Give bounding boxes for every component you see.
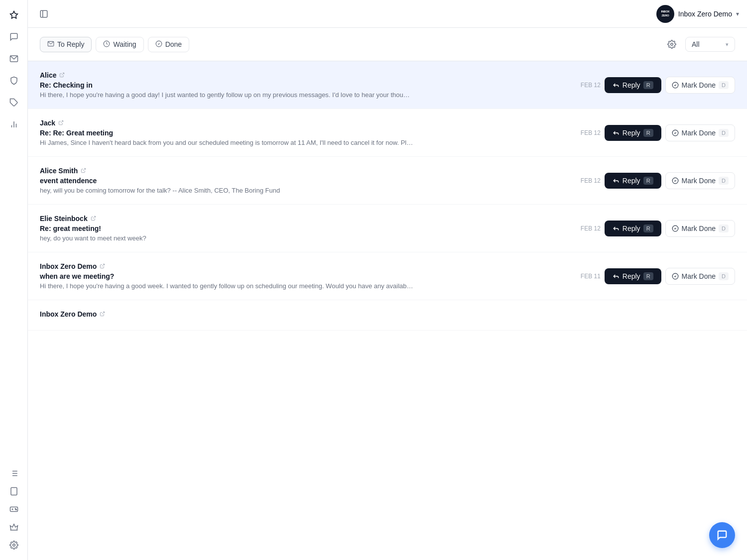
- list-item[interactable]: Inbox Zero Demo when are we meeting? Hi …: [28, 252, 747, 300]
- mark-done-button[interactable]: Mark Done D: [665, 172, 735, 189]
- email-actions: FEB 11 Reply R Mark Done D: [578, 268, 735, 285]
- reply-shortcut: R: [643, 129, 653, 137]
- reply-button[interactable]: Reply R: [605, 125, 661, 141]
- email-subject: Re: Checking in: [40, 81, 570, 89]
- toolbar: To Reply Waiting Done All ▾: [28, 28, 747, 61]
- reply-shortcut: R: [643, 224, 653, 232]
- email-sender: Elie Steinbock: [40, 215, 570, 223]
- external-link-icon[interactable]: [91, 216, 96, 222]
- sidebar: [0, 0, 28, 560]
- email-sender: Alice Smith: [40, 167, 570, 175]
- sidebar-item-shield[interactable]: [5, 72, 23, 90]
- mark-done-label: Mark Done: [682, 81, 716, 89]
- clock-tab-icon: [103, 40, 110, 49]
- email-date: FEB 12: [578, 82, 601, 89]
- list-item[interactable]: Alice Re: Checking in Hi there, I hope y…: [28, 61, 747, 109]
- chevron-down-icon: ▾: [736, 10, 739, 17]
- mark-done-shortcut: D: [719, 81, 729, 89]
- email-sender: Alice: [40, 71, 570, 79]
- email-subject: Re: Re: Great meeting: [40, 129, 570, 137]
- tab-waiting-label: Waiting: [113, 40, 136, 48]
- mark-done-label: Mark Done: [682, 177, 716, 185]
- svg-point-17: [12, 544, 15, 547]
- mail-tab-icon: [47, 40, 54, 49]
- mark-done-button[interactable]: Mark Done D: [665, 220, 735, 237]
- sidebar-item-tablet[interactable]: [5, 482, 23, 500]
- email-sender: Inbox Zero Demo: [40, 310, 735, 318]
- sender-name: Elie Steinbock: [40, 215, 88, 223]
- svg-point-16: [15, 509, 16, 510]
- svg-line-26: [61, 120, 63, 123]
- compose-fab[interactable]: [709, 522, 735, 548]
- email-actions: FEB 12 Reply R Mark Done D: [578, 172, 735, 189]
- sidebar-item-tag[interactable]: [5, 94, 23, 112]
- tab-done-label: Done: [165, 40, 182, 48]
- list-item[interactable]: Jack Re: Re: Great meeting Hi James, Sin…: [28, 109, 747, 157]
- email-preview: Hi there, I hope you're having a good da…: [40, 91, 413, 99]
- email-actions: FEB 12 Reply R Mark Done D: [578, 77, 735, 94]
- email-list: Alice Re: Checking in Hi there, I hope y…: [28, 61, 747, 560]
- sender-name: Inbox Zero Demo: [40, 262, 97, 270]
- reply-label: Reply: [622, 177, 640, 185]
- mark-done-shortcut: D: [719, 129, 729, 137]
- sidebar-item-list[interactable]: [5, 464, 23, 482]
- mark-done-shortcut: D: [719, 177, 729, 185]
- external-link-icon[interactable]: [81, 168, 86, 174]
- email-content: Elie Steinbock Re: great meeting! hey, d…: [40, 215, 570, 242]
- email-actions: FEB 12 Reply R Mark Done D: [578, 124, 735, 141]
- filter-label: All: [692, 40, 700, 48]
- svg-line-28: [83, 168, 86, 171]
- external-link-icon[interactable]: [59, 72, 65, 79]
- settings-button[interactable]: [663, 36, 680, 53]
- sender-name: Alice: [40, 71, 56, 79]
- reply-shortcut: R: [643, 81, 653, 89]
- account-menu[interactable]: INBOXZERO Inbox Zero Demo ▾: [656, 5, 739, 23]
- email-preview: Hi James, Since I haven't heard back fro…: [40, 139, 413, 146]
- svg-marker-0: [10, 11, 17, 18]
- reply-shortcut: R: [643, 272, 653, 280]
- check-circle-tab-icon: [155, 40, 162, 49]
- external-link-icon[interactable]: [58, 120, 64, 126]
- reply-button[interactable]: Reply R: [605, 173, 661, 189]
- tab-done[interactable]: Done: [148, 37, 189, 52]
- mark-done-label: Mark Done: [682, 224, 716, 232]
- reply-button[interactable]: Reply R: [605, 77, 661, 93]
- email-date: FEB 11: [578, 273, 601, 280]
- svg-line-30: [93, 216, 95, 219]
- email-actions: FEB 12 Reply R Mark Done D: [578, 220, 735, 237]
- email-date: FEB 12: [578, 129, 601, 136]
- sidebar-item-chat[interactable]: [5, 28, 23, 46]
- sidebar-item-mail[interactable]: [5, 50, 23, 68]
- list-item[interactable]: Inbox Zero Demo: [28, 300, 747, 331]
- tab-to-reply[interactable]: To Reply: [40, 37, 92, 52]
- sender-name: Inbox Zero Demo: [40, 310, 97, 318]
- reply-button[interactable]: Reply R: [605, 221, 661, 236]
- filter-dropdown[interactable]: All ▾: [685, 37, 735, 52]
- tab-to-reply-label: To Reply: [57, 40, 84, 48]
- mark-done-button[interactable]: Mark Done D: [665, 77, 735, 94]
- header: INBOXZERO Inbox Zero Demo ▾: [28, 0, 747, 28]
- external-link-icon[interactable]: [100, 311, 105, 318]
- list-item[interactable]: Alice Smith event attendence hey, will y…: [28, 157, 747, 205]
- mark-done-shortcut: D: [719, 272, 729, 280]
- toolbar-right: All ▾: [663, 36, 735, 53]
- email-date: FEB 12: [578, 177, 601, 184]
- reply-button[interactable]: Reply R: [605, 268, 661, 284]
- mark-done-button[interactable]: Mark Done D: [665, 268, 735, 285]
- sidebar-item-crown[interactable]: [5, 518, 23, 536]
- mark-done-label: Mark Done: [682, 129, 716, 137]
- external-link-icon[interactable]: [100, 263, 105, 270]
- sidebar-item-chart[interactable]: [5, 115, 23, 133]
- email-content: Alice Re: Checking in Hi there, I hope y…: [40, 71, 570, 99]
- avatar: INBOXZERO: [656, 5, 674, 23]
- email-content: Inbox Zero Demo when are we meeting? Hi …: [40, 262, 570, 290]
- list-item[interactable]: Elie Steinbock Re: great meeting! hey, d…: [28, 205, 747, 252]
- svg-point-23: [671, 43, 673, 46]
- tab-waiting[interactable]: Waiting: [96, 37, 143, 52]
- mark-done-button[interactable]: Mark Done D: [665, 124, 735, 141]
- sidebar-item-game[interactable]: [5, 500, 23, 518]
- sidebar-item-star[interactable]: [5, 6, 23, 24]
- sidebar-item-settings[interactable]: [5, 536, 23, 554]
- reply-label: Reply: [622, 224, 640, 232]
- sidebar-toggle[interactable]: [36, 6, 52, 22]
